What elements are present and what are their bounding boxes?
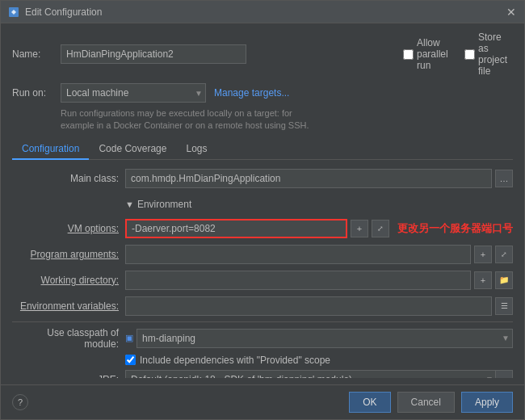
working-directory-input-group: + 📁	[125, 271, 513, 290]
vm-options-expand-button[interactable]: +	[351, 220, 368, 237]
main-class-input-group: …	[125, 169, 513, 188]
classpath-module-select-wrapper: ▣ hm-dianping ▼	[125, 329, 513, 348]
allow-parallel-label: Allow parallel run	[417, 37, 452, 71]
dialog-icon	[7, 6, 20, 19]
footer-right: OK Cancel Apply	[349, 392, 513, 413]
program-arguments-row: Program arguments: + ⤢	[12, 244, 513, 265]
manage-targets-link[interactable]: Manage targets...	[214, 87, 289, 99]
run-on-label: Run on:	[12, 87, 61, 99]
environment-toggle[interactable]: ▼	[125, 200, 134, 209]
jre-browse-button[interactable]: …	[495, 370, 513, 378]
store-as-project-label: Store as project file	[478, 32, 513, 77]
cancel-button[interactable]: Cancel	[397, 392, 455, 413]
vm-options-annotation: 更改另一个服务器端口号	[397, 221, 513, 236]
run-on-select-wrapper: Local machine ▼	[61, 83, 206, 103]
environment-section-header: ▼ Environment	[12, 194, 513, 215]
working-directory-input[interactable]	[125, 271, 471, 290]
run-on-select[interactable]: Local machine	[61, 83, 206, 103]
environment-variables-row: Environment variables: ☰	[12, 296, 513, 317]
vm-options-label: VM options:	[12, 223, 125, 234]
separator-1	[12, 321, 513, 322]
environment-variables-label: Environment variables:	[12, 300, 125, 312]
program-arguments-input-group: + ⤢	[125, 245, 513, 264]
include-dependencies-row: Include dependencies with "Provided" sco…	[12, 355, 513, 366]
title-bar: Edit Configuration ✕	[1, 1, 524, 23]
program-arguments-expand-button[interactable]: +	[474, 246, 492, 263]
jre-label: JRE:	[12, 374, 125, 378]
ok-button[interactable]: OK	[349, 392, 390, 413]
working-directory-row: Working directory: + 📁	[12, 270, 513, 291]
allow-parallel-checkbox-label[interactable]: Allow parallel run	[403, 37, 452, 71]
working-directory-label: Working directory:	[12, 275, 125, 286]
store-as-project-checkbox-label[interactable]: Store as project file	[464, 32, 513, 77]
classpath-module-select[interactable]: hm-dianping	[136, 329, 513, 348]
include-dependencies-checkbox[interactable]	[125, 355, 136, 365]
tab-code-coverage[interactable]: Code Coverage	[89, 139, 176, 160]
run-on-hint: Run configurations may be executed local…	[61, 107, 513, 132]
run-on-row: Run on: Local machine ▼ Manage targets..…	[12, 83, 513, 103]
environment-variables-input-group: ☰	[125, 296, 513, 316]
main-class-browse-button[interactable]: …	[495, 170, 513, 187]
working-directory-expand-button[interactable]: +	[474, 271, 492, 289]
dialog-title: Edit Configuration	[25, 6, 505, 18]
footer: ? OK Cancel Apply	[1, 384, 524, 419]
store-as-project-checkbox[interactable]	[464, 49, 475, 60]
footer-left: ?	[12, 394, 28, 410]
vm-options-input-group: + ⤢	[125, 219, 389, 238]
tabs: Configuration Code Coverage Logs	[12, 139, 513, 160]
name-label: Name:	[12, 48, 61, 60]
checkbox-group: Allow parallel run Store as project file	[403, 32, 513, 77]
dialog-content: Name: Allow parallel run Store as projec…	[1, 23, 524, 384]
jre-select-wrapper: Default (openjdk-18 - SDK of 'hm-dianpin…	[125, 370, 513, 378]
tab-logs[interactable]: Logs	[176, 139, 216, 160]
classpath-module-label: Use classpath of module:	[12, 327, 125, 350]
vm-options-input[interactable]	[125, 219, 347, 238]
working-directory-browse-button[interactable]: 📁	[495, 271, 513, 289]
edit-configuration-dialog: Edit Configuration ✕ Name: Allow paralle…	[0, 0, 525, 420]
name-input[interactable]	[61, 44, 246, 64]
vm-options-fullscreen-button[interactable]: ⤢	[372, 220, 389, 237]
jre-row: JRE: Default (openjdk-18 - SDK of 'hm-di…	[12, 369, 513, 378]
help-button[interactable]: ?	[12, 394, 28, 410]
program-arguments-input[interactable]	[125, 245, 471, 264]
name-row: Name: Allow parallel run Store as projec…	[12, 32, 513, 77]
tab-configuration[interactable]: Configuration	[12, 139, 89, 160]
close-button[interactable]: ✕	[505, 6, 518, 19]
allow-parallel-checkbox[interactable]	[403, 49, 414, 60]
vm-options-row: VM options: + ⤢ 更改另一个服务器端口号	[12, 218, 513, 239]
program-arguments-label: Program arguments:	[12, 249, 125, 260]
module-icon: ▣	[125, 333, 133, 343]
main-class-row: Main class: …	[12, 168, 513, 189]
form-section: Main class: … ▼ Environment VM options: …	[12, 168, 513, 378]
jre-select[interactable]: Default (openjdk-18 - SDK of 'hm-dianpin…	[125, 370, 513, 378]
environment-variables-browse-button[interactable]: ☰	[495, 297, 513, 315]
main-class-input[interactable]	[125, 169, 492, 188]
environment-section-title: Environment	[137, 199, 191, 210]
classpath-module-row: Use classpath of module: ▣ hm-dianping ▼	[12, 327, 513, 350]
program-arguments-fullscreen-button[interactable]: ⤢	[495, 246, 513, 263]
include-dependencies-label[interactable]: Include dependencies with "Provided" sco…	[125, 355, 330, 366]
include-dependencies-text: Include dependencies with "Provided" sco…	[140, 355, 330, 366]
apply-button[interactable]: Apply	[461, 392, 513, 413]
main-class-label: Main class:	[12, 173, 125, 184]
environment-variables-input[interactable]	[125, 296, 492, 316]
